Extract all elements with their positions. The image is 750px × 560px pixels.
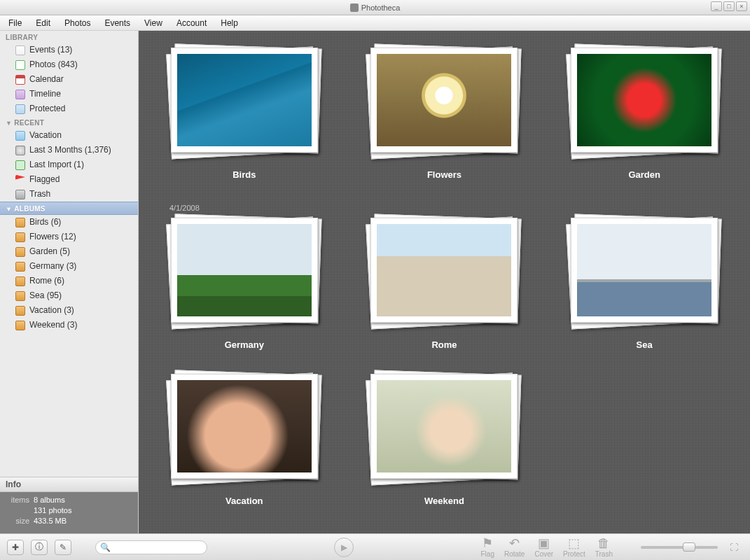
menu-edit[interactable]: Edit (29, 16, 57, 30)
app-logo-icon (350, 4, 359, 12)
sidebar-last-import[interactable]: Last Import (1) (0, 158, 138, 172)
album-icon (15, 262, 25, 272)
tool-protect-icon: ⬚ (568, 537, 580, 550)
photo-preview (177, 54, 312, 146)
window-close-button[interactable]: × (736, 1, 747, 11)
tool-flag[interactable]: ⚑Flag (481, 537, 494, 558)
menu-events[interactable]: Events (97, 16, 137, 30)
window-minimize-button[interactable]: _ (711, 1, 722, 11)
sidebar-item-label: Birds (6) (29, 216, 61, 228)
bottom-toolbar: ✚ ⓘ ✎ 🔍 ▶ ⚑Flag↶Rotate▣Cover⬚Protect🗑Tra… (0, 533, 750, 560)
sidebar-calendar[interactable]: Calendar (0, 72, 138, 87)
album-germany[interactable]: Germany (144, 214, 345, 370)
sidebar-events[interactable]: Events (13) (0, 43, 138, 57)
import-icon (15, 160, 25, 170)
sidebar-section-albums[interactable]: ▼ ALBUMS (0, 202, 138, 215)
tool-rotate[interactable]: ↶Rotate (504, 537, 525, 558)
menu-photos[interactable]: Photos (57, 16, 97, 30)
album-thumbnail[interactable] (370, 374, 518, 479)
album-thumbnail[interactable] (171, 374, 318, 479)
album-title: Birds (232, 169, 256, 180)
tool-protect[interactable]: ⬚Protect (563, 537, 585, 558)
album-icon (15, 321, 25, 330)
sidebar-album-birds[interactable]: Birds (6) (0, 215, 138, 230)
sidebar-protected[interactable]: Protected (0, 102, 138, 116)
section-label: RECENT (14, 119, 44, 127)
album-vacation[interactable]: Vacation (144, 370, 345, 526)
info-items-photos: 131 photos (34, 505, 71, 516)
edit-button[interactable]: ✎ (55, 540, 71, 555)
menubar: File Edit Photos Events View Account Hel… (0, 15, 750, 31)
album-icon (15, 276, 25, 286)
photo-preview (177, 224, 312, 316)
album-thumbnail[interactable] (571, 48, 718, 153)
play-slideshow-button[interactable]: ▶ (334, 538, 354, 557)
sidebar-album-sea[interactable]: Sea (95) (0, 288, 138, 303)
sidebar-album-vacation[interactable]: Vacation (3) (0, 303, 138, 318)
info-button[interactable]: ⓘ (31, 540, 48, 555)
tool-label: Flag (481, 550, 494, 558)
sidebar-album-rome[interactable]: Rome (6) (0, 274, 138, 288)
album-thumbnail[interactable] (171, 48, 318, 153)
tool-trash-icon: 🗑 (597, 537, 610, 550)
clock-icon (15, 146, 25, 155)
time-icon (15, 90, 25, 99)
photo-preview (377, 224, 511, 316)
album-garden[interactable]: Garden (544, 43, 744, 200)
tool-label: Rotate (504, 550, 525, 558)
zoom-slider-thumb[interactable] (683, 542, 695, 552)
tool-trash[interactable]: 🗑Trash (595, 537, 613, 558)
menu-view[interactable]: View (137, 16, 169, 30)
sidebar-item-label: Flagged (29, 174, 60, 186)
tool-rotate-icon: ↶ (509, 537, 520, 550)
sidebar-album-germany[interactable]: Germany (3) (0, 259, 138, 274)
window-maximize-button[interactable]: □ (723, 1, 735, 11)
info-size-value: 433.5 MB (34, 516, 67, 526)
tool-label: Trash (595, 550, 613, 558)
photo-preview (377, 54, 511, 146)
sidebar-section-recent[interactable]: ▼ RECENT (0, 116, 138, 128)
album-birds[interactable]: Birds (144, 43, 345, 200)
zoom-slider[interactable] (641, 546, 718, 549)
album-flowers[interactable]: Flowers (345, 43, 545, 200)
search-field[interactable]: 🔍 (95, 540, 207, 554)
sidebar-timeline[interactable]: Timeline (0, 87, 138, 102)
fullscreen-button[interactable]: ⛶ (725, 540, 743, 555)
album-thumbnail[interactable] (370, 218, 518, 323)
info-header: Info (0, 477, 138, 492)
sidebar-album-garden[interactable]: Garden (5) (0, 244, 138, 259)
sidebar-album-flowers[interactable]: Flowers (12) (0, 230, 138, 244)
sidebar-item-label: Garden (5) (29, 246, 70, 258)
sidebar-item-label: Sea (95) (29, 290, 62, 302)
sidebar-item-label: Rome (6) (29, 275, 64, 287)
flag-icon (15, 175, 25, 185)
sidebar-photos[interactable]: Photos (843) (0, 57, 138, 72)
photos-icon (15, 60, 25, 70)
album-rome[interactable]: Rome (345, 214, 545, 370)
sidebar-trash[interactable]: Trash (0, 187, 138, 202)
album-thumbnail[interactable] (171, 218, 318, 323)
info-items-label: items (6, 495, 29, 505)
prot-icon (15, 104, 25, 114)
menu-account[interactable]: Account (169, 16, 214, 30)
search-input[interactable] (113, 542, 207, 552)
sidebar-item-label: Germany (3) (29, 260, 76, 272)
zoom-slider-track[interactable] (641, 546, 718, 549)
menu-file[interactable]: File (1, 16, 29, 30)
add-button[interactable]: ✚ (7, 540, 24, 555)
photo-preview (177, 380, 312, 472)
app-title: Phototheca (361, 4, 401, 12)
sidebar-album-weekend[interactable]: Weekend (3) (0, 318, 138, 332)
sidebar-last-3-months[interactable]: Last 3 Months (1,376) (0, 143, 138, 158)
sidebar-recent-vacation[interactable]: Vacation (0, 128, 138, 143)
album-sea[interactable]: Sea (544, 214, 744, 370)
album-icon (15, 247, 25, 257)
tool-label: Cover (534, 550, 553, 558)
album-weekend[interactable]: Weekend (345, 370, 545, 526)
album-thumbnail[interactable] (571, 218, 718, 323)
sidebar-flagged[interactable]: Flagged (0, 172, 138, 187)
tool-cover[interactable]: ▣Cover (534, 537, 553, 558)
menu-help[interactable]: Help (214, 16, 245, 30)
album-thumbnail[interactable] (370, 48, 518, 153)
sidebar-section-library[interactable]: LIBRARY (0, 31, 138, 43)
